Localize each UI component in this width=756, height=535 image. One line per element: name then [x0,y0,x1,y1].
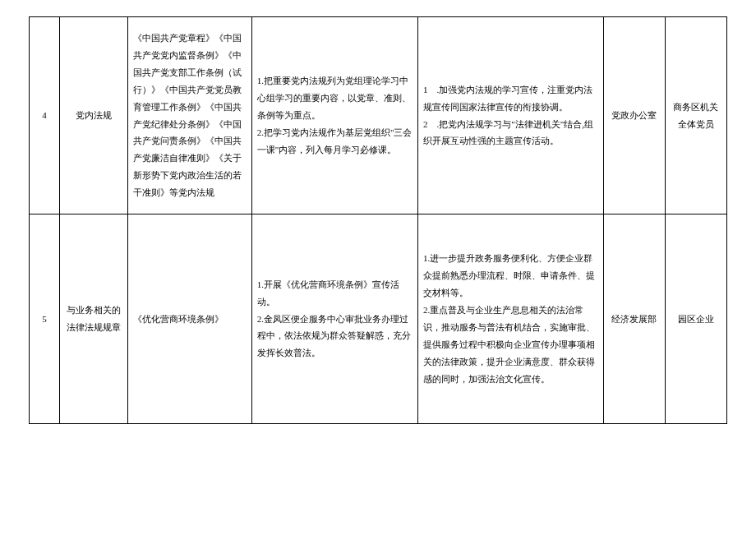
task2-cell: 1.进一步提升政务服务便利化、方便企业群众提前熟悉办理流程、时限、申请条件、提交… [418,214,604,424]
category-cell: 与业务相关的法律法规规章 [60,214,128,424]
task1-cell: 1.把重要党内法规列为党组理论学习中心组学习的重要内容，以党章、准则、条例等为重… [251,17,417,214]
row-number: 4 [30,17,60,214]
row-number: 5 [30,214,60,424]
target-cell: 园区企业 [665,214,726,424]
category-cell: 党内法规 [60,17,128,214]
reference-cell: 《中国共产党章程》《中国共产党党内监督条例》《中国共产党支部工作条例（试行）》《… [128,17,251,214]
table-row: 4 党内法规 《中国共产党章程》《中国共产党党内监督条例》《中国共产党支部工作条… [30,17,727,214]
dept-cell: 经济发展部 [603,214,665,424]
reference-cell: 《优化营商环境条例》 [128,214,251,424]
target-cell: 商务区机关全体党员 [665,17,726,214]
dept-cell: 党政办公室 [603,17,665,214]
regulation-table: 4 党内法规 《中国共产党章程》《中国共产党党内监督条例》《中国共产党支部工作条… [29,16,727,424]
table-row: 5 与业务相关的法律法规规章 《优化营商环境条例》 1.开展《优化营商环境条例》… [30,214,727,424]
task2-cell: 1 .加强党内法规的学习宣传，注重党内法规宣传同国家法律宣传的衔接协调。2 .把… [418,17,604,214]
task1-cell: 1.开展《优化营商环境条例》宣传活动。2.金凤区便企服务中心审批业务办理过程中，… [251,214,417,424]
